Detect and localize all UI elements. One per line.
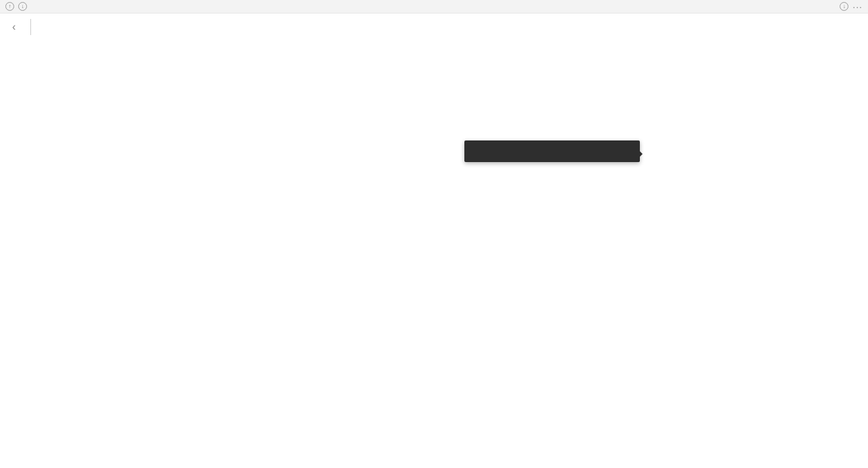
pin-down-icon[interactable]: ↓ <box>18 2 27 11</box>
more-menu-icon[interactable]: ··· <box>852 1 863 12</box>
back-to-report-button[interactable]: ‹ <box>12 21 20 33</box>
datapoint-tooltip <box>464 140 640 162</box>
report-header: ‹ <box>0 14 868 41</box>
window-titlebar: ↑ ↓ ↓ ··· <box>0 0 868 14</box>
download-icon[interactable]: ↓ <box>840 2 848 11</box>
line-chart-svg <box>0 45 868 457</box>
divider <box>30 19 31 35</box>
pin-up-icon[interactable]: ↑ <box>5 2 14 11</box>
chevron-left-icon: ‹ <box>12 21 16 33</box>
chart-area[interactable] <box>0 45 868 457</box>
